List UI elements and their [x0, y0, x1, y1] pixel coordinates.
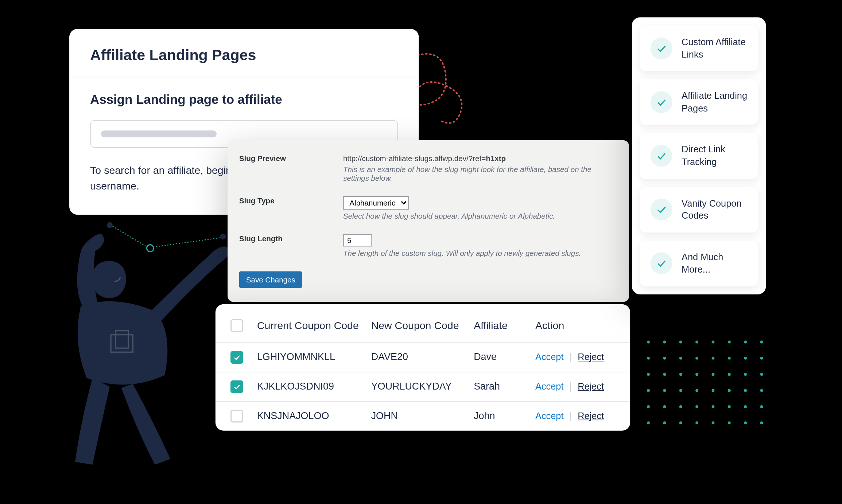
slug-settings-panel: Slug Preview http://custom-affiliate-slu…: [228, 140, 629, 302]
table-row: KNSJNAJOLOOJOHNJohnAccept|Reject: [216, 402, 630, 430]
feature-label: Affiliate Landing Pages: [682, 90, 748, 114]
new-coupon-code: DAVE20: [371, 352, 474, 363]
new-coupon-code: JOHN: [371, 410, 474, 422]
reject-link[interactable]: Reject: [578, 352, 604, 363]
reject-link[interactable]: Reject: [578, 382, 604, 392]
accept-link[interactable]: Accept: [535, 382, 563, 392]
slug-length-label: Slug Length: [239, 234, 343, 257]
affiliate-name: Sarah: [474, 381, 535, 392]
svg-line-4: [153, 238, 220, 247]
accept-link[interactable]: Accept: [535, 411, 563, 422]
feature-label: And Much More...: [682, 251, 748, 276]
slug-preview-note: This is an example of how the slug might…: [343, 165, 617, 183]
affiliate-name: Dave: [474, 352, 535, 363]
svg-line-3: [113, 226, 147, 247]
check-icon: [651, 145, 672, 167]
feature-card: Affiliate Landing Pages: [640, 79, 758, 125]
feature-card: Vanity Coupon Codes: [640, 187, 758, 233]
save-changes-button[interactable]: Save Changes: [239, 271, 302, 288]
svg-point-1: [147, 245, 154, 252]
col-action-header: Action: [535, 320, 615, 332]
slug-type-note: Select how the slug should appear, Alpha…: [343, 212, 617, 220]
slug-length-note: The length of the custom slug. Will only…: [343, 249, 617, 258]
check-icon: [651, 37, 672, 59]
row-checkbox[interactable]: [230, 380, 243, 393]
reject-link[interactable]: Reject: [578, 411, 604, 422]
features-sidebar: Custom Affiliate LinksAffiliate Landing …: [632, 17, 766, 294]
table-row: KJKLKOJSDNI09YOURLUCKYDAYSarahAccept|Rej…: [216, 372, 630, 402]
col-affiliate-header: Affiliate: [474, 320, 535, 332]
row-checkbox[interactable]: [230, 351, 243, 364]
slug-preview-url: http://custom-affiliate-slugs.affwp.dev/…: [343, 154, 617, 163]
feature-label: Direct Link Tracking: [682, 143, 748, 168]
decorative-dots: [647, 341, 768, 427]
current-coupon-code: LGHIYOMMNKLL: [257, 352, 371, 363]
current-coupon-code: KNSJNAJOLOO: [257, 410, 371, 422]
svg-point-2: [220, 234, 226, 240]
feature-label: Custom Affiliate Links: [682, 36, 748, 60]
new-coupon-code: YOURLUCKYDAY: [371, 381, 474, 392]
accept-link[interactable]: Accept: [535, 352, 563, 363]
col-new-header: New Coupon Code: [371, 320, 474, 332]
slug-type-label: Slug Type: [239, 196, 343, 221]
table-row: LGHIYOMMNKLLDAVE20DaveAccept|Reject: [216, 343, 630, 372]
slug-length-input[interactable]: [343, 234, 372, 246]
feature-card: Direct Link Tracking: [640, 133, 758, 179]
current-coupon-code: KJKLKOJSDNI09: [257, 381, 371, 392]
affiliate-name: John: [474, 410, 535, 422]
check-icon: [651, 253, 672, 274]
svg-point-0: [107, 222, 113, 228]
action-divider: |: [569, 410, 572, 422]
action-divider: |: [569, 352, 572, 363]
slug-type-select[interactable]: Alphanumeric: [343, 196, 409, 210]
search-placeholder-bar: [101, 130, 217, 137]
coupon-table-card: Current Coupon Code New Coupon Code Affi…: [216, 304, 630, 431]
row-checkbox[interactable]: [230, 410, 243, 423]
feature-label: Vanity Coupon Codes: [682, 197, 748, 222]
coupon-table-header: Current Coupon Code New Coupon Code Affi…: [216, 314, 630, 343]
select-all-checkbox[interactable]: [230, 319, 243, 332]
action-divider: |: [569, 381, 572, 392]
check-icon: [651, 199, 672, 220]
assign-subtitle: Assign Landing page to affiliate: [90, 92, 398, 107]
feature-card: And Much More...: [640, 241, 758, 286]
feature-card: Custom Affiliate Links: [640, 26, 758, 71]
decorative-person-illustration: [40, 219, 237, 473]
landing-pages-title: Affiliate Landing Pages: [69, 29, 419, 77]
check-icon: [651, 91, 672, 113]
slug-preview-label: Slug Preview: [239, 154, 343, 183]
col-current-header: Current Coupon Code: [257, 320, 371, 332]
